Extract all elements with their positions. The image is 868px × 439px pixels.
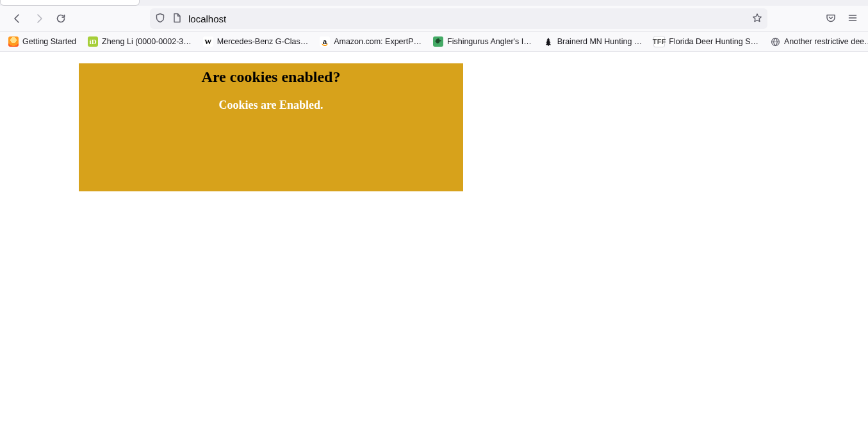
bookmark-restrictive-deer[interactable]: Another restrictive dee… bbox=[766, 35, 868, 49]
bookmark-label: Zheng Li (0000-0002-3… bbox=[102, 37, 192, 46]
toolbar: localhost bbox=[0, 6, 868, 32]
back-button[interactable] bbox=[8, 9, 27, 28]
bookmark-label: Getting Started bbox=[22, 37, 76, 46]
page-viewport: Are cookies enabled? Cookies are Enabled… bbox=[0, 52, 868, 439]
globe-icon bbox=[770, 36, 780, 47]
tree-icon bbox=[543, 36, 553, 47]
active-tab[interactable] bbox=[0, 0, 140, 6]
tff-icon: TFF bbox=[653, 36, 665, 47]
wikipedia-icon: W bbox=[203, 36, 213, 47]
bookmark-label: Florida Deer Hunting S… bbox=[669, 37, 758, 46]
nav-buttons bbox=[8, 9, 70, 28]
bookmark-star-icon[interactable] bbox=[752, 13, 762, 25]
cookie-status-panel: Are cookies enabled? Cookies are Enabled… bbox=[79, 63, 463, 191]
url-text[interactable]: localhost bbox=[188, 13, 746, 24]
bookmark-brainerd[interactable]: Brainerd MN Hunting … bbox=[539, 35, 647, 49]
orcid-icon: iD bbox=[88, 36, 98, 47]
bookmark-label: Another restrictive dee… bbox=[784, 37, 868, 46]
panel-heading: Are cookies enabled? bbox=[79, 63, 463, 86]
bookmarks-bar: Getting Started iD Zheng Li (0000-0002-3… bbox=[0, 32, 868, 52]
bookmark-wikipedia[interactable]: W Mercedes-Benz G-Clas… bbox=[199, 35, 313, 49]
firefox-icon bbox=[8, 36, 19, 47]
fish-icon bbox=[433, 36, 443, 47]
shield-icon bbox=[155, 13, 165, 25]
reload-button[interactable] bbox=[51, 9, 70, 28]
bookmark-orcid[interactable]: iD Zheng Li (0000-0002-3… bbox=[83, 35, 196, 49]
bookmark-label: Mercedes-Benz G-Clas… bbox=[217, 37, 308, 46]
bookmark-label: Amazon.com: ExpertP… bbox=[334, 37, 422, 46]
bookmark-fishingurus[interactable]: Fishingurus Angler's I… bbox=[429, 35, 536, 49]
bookmark-amazon[interactable]: a Amazon.com: ExpertP… bbox=[315, 35, 426, 49]
bookmark-florida-deer[interactable]: TFF Florida Deer Hunting S… bbox=[649, 34, 763, 49]
bookmark-getting-started[interactable]: Getting Started bbox=[4, 35, 81, 49]
chrome-right bbox=[826, 13, 863, 25]
app-menu-icon[interactable] bbox=[848, 13, 858, 25]
page-icon bbox=[172, 13, 182, 25]
url-bar[interactable]: localhost bbox=[150, 8, 767, 29]
tab-strip bbox=[0, 0, 868, 6]
bookmark-label: Brainerd MN Hunting … bbox=[557, 37, 643, 46]
panel-status: Cookies are Enabled. bbox=[79, 86, 463, 112]
forward-button[interactable] bbox=[29, 9, 49, 28]
pocket-icon[interactable] bbox=[826, 13, 836, 25]
bookmark-label: Fishingurus Angler's I… bbox=[447, 37, 532, 46]
identity-box[interactable] bbox=[155, 13, 182, 25]
amazon-icon: a bbox=[320, 36, 330, 47]
